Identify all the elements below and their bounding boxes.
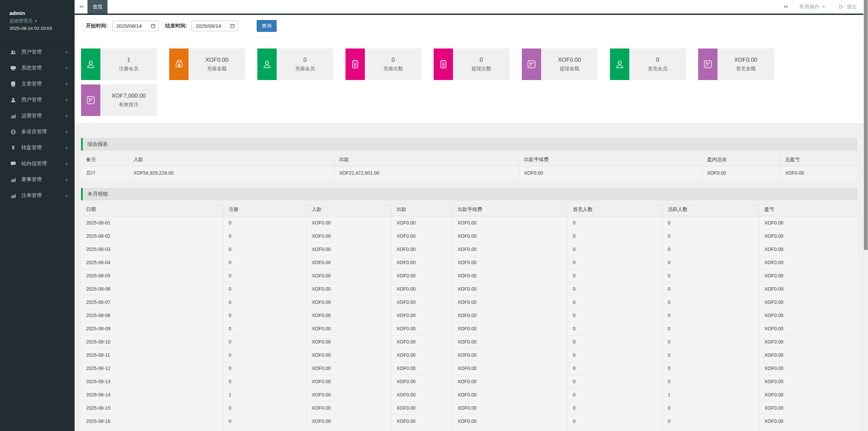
tab-home[interactable]: 首页 xyxy=(87,0,107,14)
sidebar-item-label: 用户管理 xyxy=(21,97,65,103)
cell: 0 xyxy=(663,414,759,428)
cell: 0 xyxy=(223,375,307,388)
cell: 0 xyxy=(223,256,307,269)
scrollbar-thumb[interactable] xyxy=(864,0,868,250)
cell: XOF0.00 xyxy=(391,216,452,229)
cell: XOF0.00 xyxy=(452,216,568,229)
cell: 2025-08-06 xyxy=(81,282,223,295)
cell: 2025-08-07 xyxy=(81,295,223,309)
stat-card-recharge-amount: $XOF0.00充值金额 xyxy=(169,48,245,80)
sidebar-item-member[interactable]: 用户管理‹ xyxy=(0,92,75,108)
stat-card-label: 提现次数 xyxy=(472,65,491,72)
stat-card-withdraw-amount: ¥XOF0.00提现金额 xyxy=(522,48,598,80)
cell: 0 xyxy=(663,401,759,414)
table-row: 2025-08-080XOF0.00XOF0.00XOF0.0000XOF0.0… xyxy=(81,309,857,322)
chevron-left-icon: ‹ xyxy=(65,81,68,87)
start-date-value[interactable] xyxy=(116,23,149,29)
quick-actions-dropdown[interactable]: 常用操作 xyxy=(792,0,832,14)
user-icon xyxy=(9,97,17,103)
cell: 0 xyxy=(223,216,307,229)
desktop-icon xyxy=(9,65,17,71)
cell: XOF54,929,229.00 xyxy=(128,166,334,179)
end-time-label: 结束时间: xyxy=(165,23,187,29)
cell: XOF0.00 xyxy=(391,309,452,322)
chevron-left-icon: ‹ xyxy=(65,144,68,151)
cell: XOF0.00 xyxy=(307,229,391,242)
admin-dashboard: admin 超级管理员 ▼ 2025-08-14 02:10:03 用户管理‹系… xyxy=(0,0,868,431)
login-timestamp: 2025-08-14 02:10:03 xyxy=(9,26,75,31)
sidebar-item-bet-order[interactable]: 注单管理‹ xyxy=(0,188,75,203)
stat-card-value: XOF7,000.00 xyxy=(112,93,146,99)
logout-button[interactable]: 退出 xyxy=(832,0,863,14)
sidebar-item-wheel[interactable]: ¥转盘管理‹ xyxy=(0,140,75,156)
cell: XOF0.00 xyxy=(759,295,857,309)
end-date-input[interactable] xyxy=(192,21,238,31)
sidebar-item-user-admin[interactable]: 用户管理‹ xyxy=(0,44,75,60)
cell: XOF0.00 xyxy=(759,269,857,282)
cell: XOF0.00 xyxy=(307,322,391,335)
user-role-dropdown[interactable]: 超级管理员 ▼ xyxy=(9,18,75,24)
cell: 0 xyxy=(223,401,307,414)
cell: XOF0.00 xyxy=(307,375,391,388)
summary-report-section: 综合报表 备注入款出款出款手续费盘内总余总盈亏总计XOF54,929,229.0… xyxy=(81,138,857,179)
stat-card-value: XOF0.00 xyxy=(558,57,581,63)
table-row: 2025-08-030XOF0.00XOF0.00XOF0.0000XOF0.0… xyxy=(81,242,857,256)
cell: XOF0.00 xyxy=(452,309,568,322)
sidebar-item-label: 用户管理 xyxy=(21,49,65,55)
cell: XOF0.00 xyxy=(759,361,857,375)
table-row: 总计XOF54,929,229.00XOF21,472,601.00XOF0.0… xyxy=(81,166,857,179)
column-header: 首充人数 xyxy=(568,203,663,216)
sidebar-item-language[interactable]: 多语言管理‹ xyxy=(0,124,75,140)
backward-icon xyxy=(79,4,84,10)
cell: 0 xyxy=(223,282,307,295)
cell: XOF0.00 xyxy=(391,282,452,295)
tabs-scroll-right-button[interactable] xyxy=(780,0,792,14)
cell: XOF0.00 xyxy=(452,229,568,242)
cell: 0 xyxy=(223,428,307,431)
page-scrollbar[interactable] xyxy=(863,0,868,431)
cell: 2025-08-13 xyxy=(81,375,223,388)
stat-card-body: 0提现次数 xyxy=(453,48,510,80)
cell: XOF0.00 xyxy=(759,322,857,335)
book-icon xyxy=(9,81,17,87)
stat-card-body: 1注册会员 xyxy=(100,48,157,80)
table-row: 2025-08-020XOF0.00XOF0.00XOF0.0000XOF0.0… xyxy=(81,229,857,242)
stat-card-withdraw-count: 0提现次数 xyxy=(434,48,510,80)
svg-text:¥: ¥ xyxy=(706,61,708,65)
cell: XOF0.00 xyxy=(759,428,857,431)
cell: XOF0.00 xyxy=(391,375,452,388)
cell: XOF0.00 xyxy=(759,375,857,388)
cell: XOF0.00 xyxy=(759,335,857,348)
table-row: 2025-08-060XOF0.00XOF0.00XOF0.0000XOF0.0… xyxy=(81,282,857,295)
user-role-label: 超级管理员 xyxy=(9,18,33,24)
tabs-scroll-left-button[interactable] xyxy=(75,0,87,14)
cell: 2025-08-11 xyxy=(81,348,223,361)
sidebar-item-article[interactable]: 文章管理‹ xyxy=(0,76,75,92)
cell: 0 xyxy=(663,295,759,309)
cell: XOF0.00 xyxy=(307,428,391,431)
sidebar-item-message[interactable]: 站内信管理‹ xyxy=(0,156,75,172)
column-header: 入款 xyxy=(128,153,334,166)
sidebar-item-match[interactable]: 赛事管理‹ xyxy=(0,172,75,188)
cell: 0 xyxy=(568,375,663,388)
cell: XOF0.00 xyxy=(391,401,452,414)
cell: 0 xyxy=(568,309,663,322)
chevron-left-icon: ‹ xyxy=(65,160,68,167)
cell: 0 xyxy=(568,401,663,414)
calendar-icon[interactable] xyxy=(151,23,156,28)
calendar-icon[interactable] xyxy=(230,23,235,28)
end-date-value[interactable] xyxy=(196,23,229,29)
cell: XOF21,472,601.00 xyxy=(334,166,519,179)
globe-icon xyxy=(9,129,17,135)
column-header: 出款 xyxy=(334,153,519,166)
search-button[interactable]: 查询 xyxy=(257,20,277,32)
start-date-input[interactable] xyxy=(112,21,159,31)
cell: 0 xyxy=(663,216,759,229)
sidebar-item-operation[interactable]: 运营管理‹ xyxy=(0,108,75,124)
table-row: 2025-08-170XOF0.00XOF0.00XOF0.0000XOF0.0… xyxy=(81,428,857,431)
cell: XOF0.00 xyxy=(307,335,391,348)
stat-card-label: 充值金额 xyxy=(207,65,227,72)
cell: 0 xyxy=(568,242,663,256)
cell: XOF0.00 xyxy=(452,256,568,269)
sidebar-item-system[interactable]: 系统管理‹ xyxy=(0,60,75,76)
